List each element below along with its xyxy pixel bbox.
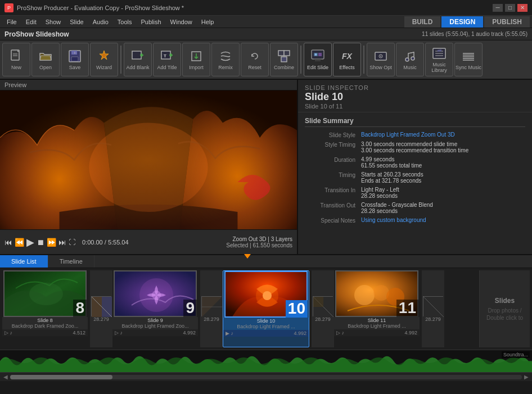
wizard-button[interactable]: Wizard xyxy=(90,43,118,76)
scroll-thumb[interactable] xyxy=(10,375,112,379)
stop-button[interactable]: ⏹ xyxy=(37,238,44,247)
svg-rect-17 xyxy=(281,57,287,62)
menu-file[interactable]: File xyxy=(2,17,21,26)
skip-fwd-button[interactable]: ⏭ xyxy=(58,238,66,247)
new-button[interactable]: New xyxy=(2,43,30,76)
scroll-left-arrow[interactable]: ◀ xyxy=(1,374,10,380)
combine-button[interactable]: Combine xyxy=(270,43,298,76)
play-button[interactable]: ▶ xyxy=(26,236,34,248)
tab-timeline[interactable]: Timeline xyxy=(48,255,94,268)
minimize-button[interactable]: ─ xyxy=(493,4,503,12)
svg-rect-7 xyxy=(132,51,141,59)
menu-slide[interactable]: Slide xyxy=(65,17,88,26)
slide-num-badge-10: 10 xyxy=(286,300,308,318)
mode-design-button[interactable]: DESIGN xyxy=(441,16,483,28)
toolbar-separator-1 xyxy=(120,46,121,74)
style-timing-line1: 3.00 seconds recommended slide time xyxy=(361,141,525,147)
save-icon xyxy=(67,48,83,64)
remix-label: Remix xyxy=(218,65,233,71)
zoom-line1: Zoom Out 3D | 3 Layers xyxy=(226,236,292,242)
edit-slide-icon xyxy=(310,48,326,64)
menu-tools[interactable]: Tools xyxy=(113,17,137,26)
slide-duration-11: ▷ ♪ 4.992 xyxy=(334,329,420,336)
style-timing-label: Style Timing xyxy=(305,141,361,148)
waveform-label: Soundtra... xyxy=(502,351,530,358)
mode-build-button[interactable]: BUILD xyxy=(404,16,441,28)
fullscreen-button[interactable]: ⛶ xyxy=(69,238,75,246)
edit-slide-label: Edit Slide xyxy=(307,65,328,71)
preview-panel: Preview xyxy=(0,80,298,254)
app-header: ProShow Slideshow 11 slides (5:55.04), 1… xyxy=(0,28,532,40)
open-button[interactable]: Open xyxy=(31,43,60,76)
show-opt-button[interactable]: Show Opt xyxy=(367,43,395,76)
slide-label-9: Slide 9 Backdrop Light Framed Zoo... xyxy=(112,317,198,329)
transition-10-11[interactable]: 28.279 xyxy=(312,270,334,347)
menu-edit[interactable]: Edit xyxy=(21,17,41,26)
next-frame-button[interactable]: ⏩ xyxy=(47,238,56,247)
transition-11-end[interactable]: 28.279 xyxy=(422,270,444,347)
save-button[interactable]: Save xyxy=(61,43,89,76)
svg-point-38 xyxy=(29,283,63,305)
menu-help[interactable]: Help xyxy=(197,17,219,26)
music-icon xyxy=(402,48,418,64)
import-button[interactable]: Import xyxy=(182,43,210,76)
add-blank-button[interactable]: Add Blank xyxy=(124,43,152,76)
svg-rect-39 xyxy=(92,297,102,317)
effects-label: Effects xyxy=(339,65,354,71)
slide-controls-icon-8: ▷ ♪ xyxy=(4,330,12,336)
title-bar: P ProShow Producer - Evaluation Copy - P… xyxy=(0,0,532,16)
menu-publish[interactable]: Publish xyxy=(137,17,166,26)
slide-name-8: Slide 8 xyxy=(3,318,87,323)
new-label: New xyxy=(11,65,21,71)
effects-button[interactable]: FX Effects xyxy=(333,43,361,76)
tab-bar: Slide List Timeline xyxy=(0,255,532,268)
maximize-button[interactable]: □ xyxy=(505,4,515,12)
music-button[interactable]: Music xyxy=(396,43,424,76)
slide-style-value[interactable]: Backdrop Light Framed Zoom Out 3D xyxy=(361,132,525,138)
special-notes-value[interactable]: Using custom background xyxy=(361,217,525,223)
prev-frame-button[interactable]: ⏪ xyxy=(15,238,24,247)
slide-name-10: Slide 10 xyxy=(224,318,308,324)
close-button[interactable]: ✕ xyxy=(517,4,528,12)
time-display: 0:00.00 / 5:55.04 xyxy=(82,239,129,246)
app-slideshow-title: ProShow Slideshow xyxy=(4,30,69,38)
slide-preview-canvas xyxy=(0,90,297,229)
svg-point-36 xyxy=(89,123,208,212)
music-library-button[interactable]: Music Library xyxy=(425,43,453,76)
edit-slide-button[interactable]: Edit Slide xyxy=(304,43,332,76)
app-title-text: ProShow Producer - Evaluation Copy - Pro… xyxy=(17,4,493,11)
scroll-right-arrow[interactable]: ▶ xyxy=(522,374,531,380)
menu-window[interactable]: Window xyxy=(166,17,197,26)
sync-music-button[interactable]: Sync Music xyxy=(454,43,483,76)
skip-back-button[interactable]: ⏮ xyxy=(4,238,12,247)
slide-name-9: Slide 9 xyxy=(114,318,197,323)
remix-button[interactable]: Remix xyxy=(211,43,240,76)
slide-summary-header: Slide Summary xyxy=(305,117,525,127)
slide-inspector: Slide Inspector Slide 10 Slide 10 of 11 … xyxy=(298,80,532,254)
add-title-button[interactable]: T Add Title xyxy=(153,43,181,76)
current-time: 0:00.00 xyxy=(82,239,103,246)
svg-rect-50 xyxy=(313,297,323,307)
h-scrollbar[interactable]: ◀ ▶ xyxy=(0,372,532,381)
slides-drop-label: Slides xyxy=(495,297,515,305)
reset-label: Reset xyxy=(248,65,262,71)
slide-name-11: Slide 11 xyxy=(335,318,418,323)
mode-publish-button[interactable]: PUBLISH xyxy=(484,16,530,28)
transition-9-10[interactable]: 28.279 xyxy=(200,270,223,347)
slide-thumb-10: B 10 xyxy=(224,271,308,318)
scroll-track[interactable] xyxy=(10,375,522,379)
slide-effect-8: Backdrop Dark Framed Zoo... xyxy=(3,323,87,329)
slide-item-9[interactable]: 9 Slide 9 Backdrop Light Framed Zoo... ▷… xyxy=(112,270,198,347)
transition-thumb-10-11 xyxy=(313,296,333,316)
slides-drop-area[interactable]: Slides Drop photos / Double click to xyxy=(479,270,530,347)
svg-text:T: T xyxy=(164,53,166,58)
tab-slide-list[interactable]: Slide List xyxy=(0,255,48,268)
transition-8-9[interactable]: 28.279 xyxy=(90,270,112,347)
menu-audio[interactable]: Audio xyxy=(88,17,113,26)
slide-item-10[interactable]: B 10 Slide 10 Backdrop Light Framed ... … xyxy=(223,270,309,347)
slide-item-11[interactable]: 11 Slide 11 Backdrop Light Framed ... ▷ … xyxy=(334,270,420,347)
slide-item-8[interactable]: 8 Slide 8 Backdrop Dark Framed Zoo... ▷ … xyxy=(2,270,88,347)
reset-button[interactable]: Reset xyxy=(241,43,269,76)
menu-show[interactable]: Show xyxy=(41,17,66,26)
style-timing-value: 3.00 seconds recommended slide time 3.00… xyxy=(361,141,525,153)
